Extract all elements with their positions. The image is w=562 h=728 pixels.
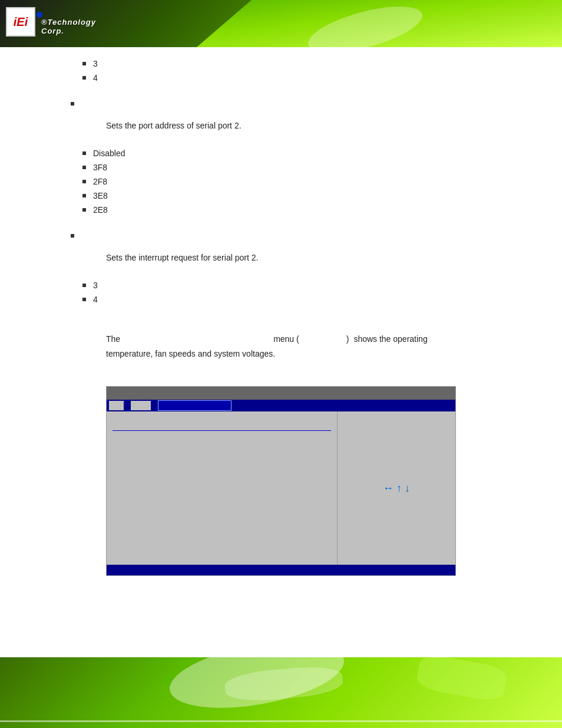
bullet-icon (82, 284, 86, 287)
bios-menu-item-2 (131, 401, 150, 410)
header: iEi ®Technology Corp. (0, 0, 562, 47)
bullet-icon (82, 298, 86, 301)
logo-box: iEi (6, 7, 35, 37)
paren-close: ) (346, 332, 349, 345)
paragraph-line-1: The menu ( ) shows the operating (47, 332, 515, 345)
serial-port2-address-desc: Sets the port address of serial port 2. (47, 120, 515, 132)
list-item: 3 (47, 59, 515, 68)
bios-left-panel (107, 411, 338, 565)
bullet-icon (82, 180, 86, 183)
footer-decoration (224, 664, 344, 703)
bullet-icon (82, 62, 86, 65)
list-item: 4 (47, 73, 515, 83)
list-item: 4 (47, 295, 515, 304)
bios-bottom-bar (107, 565, 455, 575)
bios-nav-arrows: ↔ ↑ ↓ (383, 481, 410, 496)
bios-menu-item-1 (109, 401, 124, 410)
menu-word: menu ( (273, 332, 299, 345)
bios-right-panel: ↔ ↑ ↓ (338, 411, 455, 565)
bios-top-bar (107, 387, 455, 400)
bullet-icon (82, 166, 86, 169)
bullet-icon (71, 234, 74, 238)
serial-port2-irq-desc: Sets the interrupt request for serial po… (47, 252, 515, 264)
main-content: 3 4 Sets the port address of serial port… (0, 47, 562, 668)
bullet-value: 4 (93, 73, 98, 83)
bullet-value: 3 (93, 59, 98, 68)
list-item: 2E8 (47, 205, 515, 215)
bullet-value: 3 (93, 281, 98, 290)
bios-menu-bar (107, 400, 455, 411)
list-item: 3E8 (47, 191, 515, 200)
bios-menu-entries (113, 436, 331, 554)
bullet-icon (82, 194, 86, 197)
bullet-value: 3E8 (93, 191, 108, 200)
bullet-icon (82, 76, 86, 80)
bullet-icon (82, 151, 86, 155)
footer (0, 657, 562, 728)
list-item: 2F8 (47, 177, 515, 186)
shows-text: shows the operating (353, 332, 427, 345)
bios-menu-item-3 (158, 400, 232, 411)
bios-body: ↔ ↑ ↓ (107, 411, 455, 565)
logo-dot (37, 12, 42, 18)
bullet-value: 2F8 (93, 177, 107, 186)
bios-screenshot: ↔ ↑ ↓ (106, 386, 456, 576)
header-logo: iEi ®Technology Corp. (6, 7, 38, 39)
empty-bullet-2 (47, 231, 515, 238)
company-name: ®Technology Corp. (41, 18, 96, 35)
list-item: 3F8 (47, 163, 515, 172)
paragraph-line-2: temperature, fan speeds and system volta… (47, 348, 515, 360)
bullet-value: Disabled (93, 149, 125, 158)
empty-bullet-1 (47, 99, 515, 106)
the-word: The (106, 332, 120, 345)
list-item: Disabled (47, 149, 515, 158)
footer-decoration-2 (415, 657, 508, 703)
bullet-icon (71, 102, 74, 106)
footer-stripe (0, 720, 562, 722)
bullet-value: 2E8 (93, 205, 108, 215)
bullet-value: 4 (93, 295, 98, 304)
bullet-icon (82, 208, 86, 212)
header-bg-right (197, 0, 562, 47)
list-item: 3 (47, 281, 515, 290)
bios-underline (113, 430, 331, 431)
bullet-value: 3F8 (93, 163, 107, 172)
